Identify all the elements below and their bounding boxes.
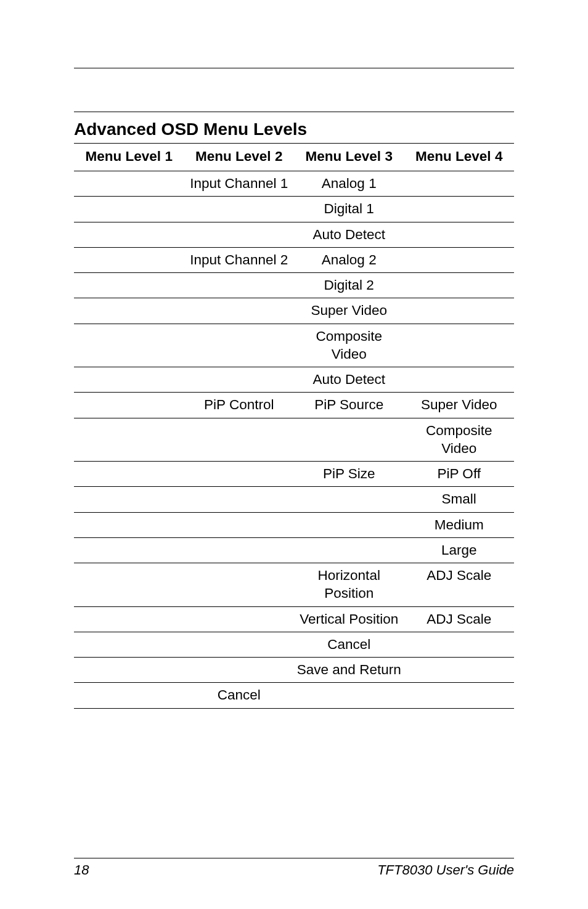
cell xyxy=(184,632,295,657)
cell: Small xyxy=(404,487,515,512)
cell xyxy=(74,273,184,298)
table-row: Save and Return xyxy=(74,658,514,683)
table-row: PiP Control PiP Source Super Video xyxy=(74,393,514,418)
cell xyxy=(74,222,184,247)
cell xyxy=(404,273,515,298)
cell xyxy=(404,197,515,222)
col-header-2: Menu Level 2 xyxy=(184,144,295,171)
table-header-row: Menu Level 1 Menu Level 2 Menu Level 3 M… xyxy=(74,144,514,171)
cell: Auto Detect xyxy=(294,367,404,393)
table-row: Small xyxy=(74,487,514,512)
cell: Composite Video xyxy=(404,418,515,462)
section-rule xyxy=(74,112,514,112)
cell: Vertical Position xyxy=(294,606,404,632)
page: Advanced OSD Menu Levels Menu Level 1 Me… xyxy=(0,0,588,909)
cell xyxy=(184,462,295,487)
col-header-3: Menu Level 3 xyxy=(294,144,404,171)
cell: Super Video xyxy=(294,298,404,324)
cell xyxy=(184,367,295,393)
cell xyxy=(74,298,184,324)
cell xyxy=(184,418,295,462)
cell xyxy=(404,171,515,197)
cell: Analog 1 xyxy=(294,171,404,197)
cell xyxy=(404,247,515,272)
table-row: Cancel xyxy=(74,632,514,657)
table-row: Vertical Position ADJ Scale xyxy=(74,606,514,632)
cell: Medium xyxy=(404,512,515,537)
page-number: 18 xyxy=(74,862,89,878)
menu-table: Menu Level 1 Menu Level 2 Menu Level 3 M… xyxy=(74,143,514,709)
cell xyxy=(404,298,515,324)
table-row: Digital 2 xyxy=(74,273,514,298)
table-row: Cancel xyxy=(74,683,514,708)
cell xyxy=(404,222,515,247)
cell xyxy=(294,512,404,537)
cell xyxy=(404,632,515,657)
cell: Input Channel 1 xyxy=(184,171,295,197)
cell xyxy=(184,197,295,222)
cell: Auto Detect xyxy=(294,222,404,247)
cell: Cancel xyxy=(294,632,404,657)
cell xyxy=(404,658,515,683)
table-row: Digital 1 xyxy=(74,197,514,222)
cell xyxy=(74,247,184,272)
cell xyxy=(184,324,295,367)
section-title: Advanced OSD Menu Levels xyxy=(74,116,514,143)
table-row: Composite Video xyxy=(74,324,514,367)
cell xyxy=(184,606,295,632)
table-row: PiP Size PiP Off xyxy=(74,462,514,487)
table-row: Input Channel 2 Analog 2 xyxy=(74,247,514,272)
table-row: Auto Detect xyxy=(74,222,514,247)
cell xyxy=(74,632,184,657)
cell: Large xyxy=(404,537,515,563)
cell xyxy=(74,606,184,632)
table-row: Input Channel 1 Analog 1 xyxy=(74,171,514,197)
table-row: Super Video xyxy=(74,298,514,324)
cell xyxy=(74,367,184,393)
guide-title: TFT8030 User's Guide xyxy=(377,862,514,878)
table-row: Auto Detect xyxy=(74,367,514,393)
cell xyxy=(184,563,295,607)
top-rule xyxy=(74,68,514,68)
table-row: Composite Video xyxy=(74,418,514,462)
cell: PiP Size xyxy=(294,462,404,487)
cell xyxy=(294,487,404,512)
cell: Horizontal Position xyxy=(294,563,404,607)
cell: Super Video xyxy=(404,393,515,418)
cell xyxy=(74,512,184,537)
cell xyxy=(294,537,404,563)
col-header-4: Menu Level 4 xyxy=(404,144,515,171)
cell: Digital 2 xyxy=(294,273,404,298)
cell xyxy=(74,487,184,512)
cell: Composite Video xyxy=(294,324,404,367)
cell: PiP Source xyxy=(294,393,404,418)
cell xyxy=(404,683,515,708)
cell: Cancel xyxy=(184,683,295,708)
cell xyxy=(74,393,184,418)
cell xyxy=(404,324,515,367)
table-row: Medium xyxy=(74,512,514,537)
cell: ADJ Scale xyxy=(404,606,515,632)
cell xyxy=(74,683,184,708)
cell xyxy=(184,512,295,537)
cell xyxy=(74,197,184,222)
cell xyxy=(184,273,295,298)
cell xyxy=(74,418,184,462)
cell xyxy=(184,222,295,247)
footer: 18 TFT8030 User's Guide xyxy=(74,858,514,878)
cell xyxy=(74,658,184,683)
cell xyxy=(184,537,295,563)
cell xyxy=(74,537,184,563)
cell xyxy=(404,367,515,393)
table-row: Horizontal Position ADJ Scale xyxy=(74,563,514,607)
cell xyxy=(74,171,184,197)
cell xyxy=(74,462,184,487)
cell xyxy=(184,298,295,324)
cell xyxy=(184,658,295,683)
table-row: Large xyxy=(74,537,514,563)
cell: PiP Off xyxy=(404,462,515,487)
col-header-1: Menu Level 1 xyxy=(74,144,184,171)
cell: Digital 1 xyxy=(294,197,404,222)
cell: Analog 2 xyxy=(294,247,404,272)
cell: ADJ Scale xyxy=(404,563,515,607)
